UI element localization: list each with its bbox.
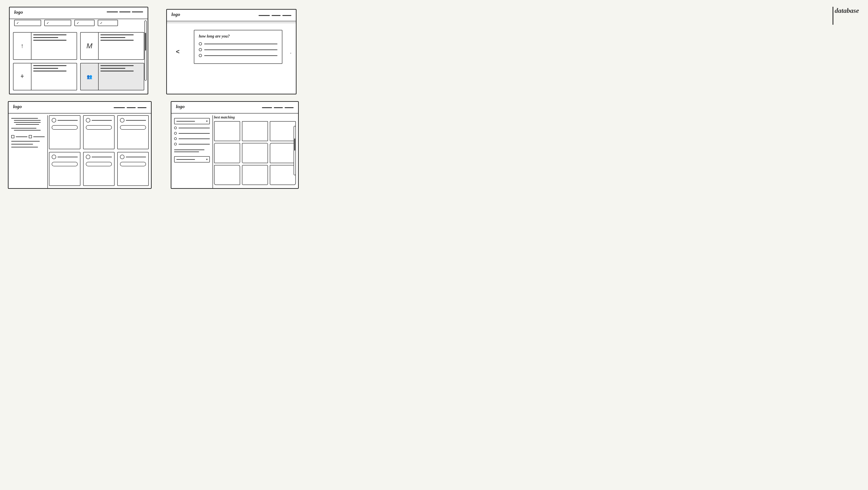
wf1-line xyxy=(33,70,66,71)
sidebar-cb-2 xyxy=(29,135,32,138)
sidebar-line-9 xyxy=(11,147,38,147)
filter-box-4[interactable]: ✓ xyxy=(98,20,118,26)
wf1-filters: ✓ ✓ ✓ ✓ xyxy=(14,20,118,26)
sidebar-spacer xyxy=(174,149,210,152)
wf3-card-1[interactable] xyxy=(49,115,81,149)
wf3-circle-4 xyxy=(52,155,56,159)
filter-box-3[interactable]: ✓ xyxy=(74,20,95,26)
wf3-card-4[interactable] xyxy=(49,152,81,186)
wf3-circle-1 xyxy=(52,118,56,122)
nav-dash-3 xyxy=(282,15,291,16)
wf4-opt-line-1 xyxy=(179,128,210,128)
wf4-scrollbar[interactable] xyxy=(293,126,296,175)
sidebar-line-8 xyxy=(11,144,33,145)
wf3-grid xyxy=(49,115,149,186)
wf1-card-content-2 xyxy=(99,33,144,59)
wf4-img-3[interactable] xyxy=(270,121,296,141)
nav-dash-2 xyxy=(272,15,281,16)
wf1-line xyxy=(100,40,134,41)
wireframe-1: logo ✓ ✓ ✓ ✓ ↑ xyxy=(9,7,148,94)
wf1-card-img-3: ⚘ xyxy=(13,63,31,90)
wf4-img-2[interactable] xyxy=(242,121,268,141)
nav-dash-1 xyxy=(114,107,125,108)
wf3-card-3[interactable] xyxy=(117,115,149,149)
wf3-card-line-2 xyxy=(92,120,112,121)
sidebar-line-2 xyxy=(14,120,41,121)
filter-check-2: ✓ xyxy=(46,21,49,25)
wf1-card-img-2: M xyxy=(81,33,99,59)
wf1-card-3[interactable]: ⚘ xyxy=(13,63,77,91)
wf2-option-line-2 xyxy=(204,50,277,50)
wf1-line xyxy=(33,37,58,38)
wf2-option-3[interactable] xyxy=(199,54,277,57)
wf1-grid: ↑ M ⚘ xyxy=(13,32,144,90)
wf3-card-top-3 xyxy=(120,118,146,122)
wf1-card-4[interactable]: 👥 xyxy=(80,63,144,91)
filter-box-1[interactable]: ✓ xyxy=(14,20,41,26)
sidebar-checkbox-row-1[interactable] xyxy=(11,135,45,138)
wf4-option-row-1[interactable] xyxy=(174,126,210,130)
wf4-img-6[interactable] xyxy=(270,143,296,163)
nav-dash-2 xyxy=(127,107,136,108)
wf1-nav xyxy=(107,9,143,12)
wf4-img-9[interactable] xyxy=(270,165,296,185)
wf3-card-line-6 xyxy=(126,157,146,157)
wf3-card-5[interactable] xyxy=(83,152,115,186)
wf3-card-line-5 xyxy=(92,157,112,157)
wf3-card-6[interactable] xyxy=(117,152,149,186)
wf4-radio-4 xyxy=(174,143,177,145)
wf3-card-2[interactable] xyxy=(83,115,115,149)
wf4-filter-box-2[interactable]: ▾ xyxy=(174,156,210,163)
wf4-filter-box-1[interactable]: ▾ xyxy=(174,118,210,124)
nav-dash-3 xyxy=(285,107,293,108)
wf1-logo: logo xyxy=(14,9,23,15)
wf4-option-row-3[interactable] xyxy=(174,137,210,141)
wf3-card-top-2 xyxy=(86,118,112,122)
wf3-header-divider xyxy=(8,113,151,114)
wf1-card-2[interactable]: M xyxy=(80,32,144,60)
wf3-wavy-5 xyxy=(86,162,112,166)
wf3-circle-3 xyxy=(120,118,124,122)
wf3-circle-2 xyxy=(86,118,90,122)
nav-dash-1 xyxy=(262,107,272,108)
wf4-header-divider xyxy=(172,113,298,114)
wf4-img-8[interactable] xyxy=(242,165,268,185)
wf4-sidebar-line-1 xyxy=(174,149,205,150)
wf3-card-top-6 xyxy=(120,155,146,159)
wf4-sort-label: best matching xyxy=(214,115,296,119)
wf4-img-grid xyxy=(214,121,296,185)
filter-box-2[interactable]: ✓ xyxy=(44,20,71,26)
wireframe-3: logo xyxy=(8,101,152,189)
wf2-chevron-right[interactable]: , xyxy=(290,49,291,54)
wf4-img-7[interactable] xyxy=(214,165,240,185)
wf3-wavy-6 xyxy=(120,162,146,166)
wf4-img-4[interactable] xyxy=(214,143,240,163)
database-label: database xyxy=(835,7,859,14)
wf3-nav xyxy=(114,105,147,108)
wf4-sidebar-line-2 xyxy=(174,151,199,152)
wf4-check-1: ▾ xyxy=(206,120,208,123)
wf4-logo: logo xyxy=(176,104,185,110)
wf2-popup: how long are you? xyxy=(194,30,282,64)
wf3-card-top-1 xyxy=(52,118,78,122)
wf1-card-1[interactable]: ↑ xyxy=(13,32,77,60)
wf4-option-row-2[interactable] xyxy=(174,132,210,135)
sidebar-line-4 xyxy=(16,124,39,125)
wf3-card-top-5 xyxy=(86,155,112,159)
wf2-nav xyxy=(258,13,291,16)
wf2-option-2[interactable] xyxy=(199,48,277,51)
wf2-chevron-left[interactable]: < xyxy=(176,48,180,55)
nav-dash-2 xyxy=(274,107,283,108)
wf1-scrollbar[interactable] xyxy=(145,21,147,81)
wf2-header-divider xyxy=(167,21,296,21)
wf3-card-line-3 xyxy=(126,120,146,121)
wf4-option-row-4[interactable] xyxy=(174,142,210,146)
wf4-opt-line-2 xyxy=(179,133,210,134)
sidebar-line-5 xyxy=(11,128,36,128)
wf4-img-1[interactable] xyxy=(214,121,240,141)
wf1-line xyxy=(33,65,66,66)
wf4-img-5[interactable] xyxy=(242,143,268,163)
nav-dash-2 xyxy=(119,11,130,12)
nav-dash-1 xyxy=(107,11,118,12)
wf2-option-1[interactable] xyxy=(199,42,277,46)
